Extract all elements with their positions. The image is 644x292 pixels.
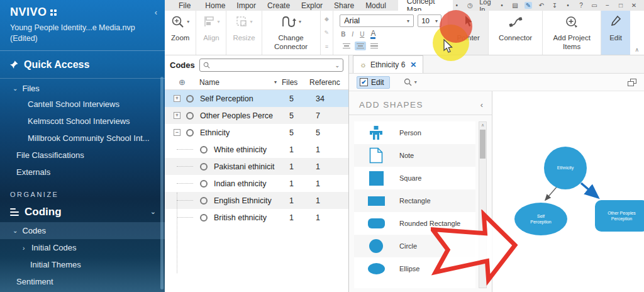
undo-icon[interactable]: ↶ <box>538 2 545 9</box>
sidebar-item-cantell[interactable]: Cantell School Interviews <box>0 96 165 113</box>
font-family-select[interactable]: Arial ▾ <box>340 14 414 27</box>
clock-icon[interactable]: ◷ <box>466 2 474 9</box>
table-row-british-ethnicity[interactable]: British ethnicity 1 1 <box>165 209 348 226</box>
sidebar-item-initial-themes[interactable]: Initial Themes <box>0 256 165 273</box>
add-project-items-button[interactable]: Add Project Items <box>543 11 601 55</box>
sidebar-group-coding[interactable]: Coding ⌄ <box>0 202 165 222</box>
node-self-perception[interactable]: Self Perception <box>514 203 567 235</box>
font-color-button[interactable]: A <box>370 30 375 39</box>
zoom-button[interactable]: ▾ Zoom <box>165 11 196 55</box>
menu-explore[interactable]: Explor <box>296 0 328 11</box>
align-center-button[interactable] <box>355 42 366 50</box>
square-shape-icon <box>369 171 384 186</box>
red-annotation-arrow <box>431 210 520 288</box>
codes-table-header[interactable]: ⊕ Name ▾ Files Referenc <box>165 75 348 90</box>
edge-ethnicity-other-peoples[interactable] <box>581 183 598 198</box>
edge-ethnicity-self-perception[interactable] <box>545 186 558 200</box>
codes-search-input[interactable]: ⌄ <box>199 59 343 72</box>
name-column-header[interactable]: Name <box>199 78 219 87</box>
menu-bar: File Home Impor Create Explor Share Modu… <box>165 0 644 11</box>
menu-modules[interactable]: Modul <box>360 0 392 11</box>
code-circle-icon <box>186 112 194 120</box>
panel-collapse-icon[interactable]: ‹ <box>480 100 483 110</box>
sidebar-collapse-icon[interactable]: ‹ <box>155 8 157 17</box>
menu-share[interactable]: Share <box>328 0 360 11</box>
tab-concept-map[interactable]: Concept Map <box>398 0 453 11</box>
shape-item-square[interactable]: Square <box>354 167 475 189</box>
change-connector-button[interactable]: ▾ Change Connector <box>262 11 321 55</box>
underline-button[interactable]: U <box>360 31 364 38</box>
feedback-icon[interactable]: ▭ <box>591 2 598 9</box>
sidebar-item-initial-codes[interactable]: › Initial Codes <box>0 239 165 256</box>
edit-button[interactable]: Edit <box>601 11 630 55</box>
ribbon-collapse-icon[interactable]: ∧ <box>635 47 639 53</box>
help-icon[interactable]: ? <box>577 2 585 9</box>
shape-label: Rectangle <box>399 197 431 205</box>
edit-mode-toggle[interactable]: ✔ Edit <box>357 76 390 89</box>
node-ethnicity[interactable]: Ethnicity <box>544 147 587 189</box>
sidebar-item-codes[interactable]: ⌄ Codes <box>0 222 165 239</box>
menu-create[interactable]: Create <box>262 0 296 11</box>
shape-item-note[interactable]: Note <box>354 144 475 167</box>
table-row-english-ethnicity[interactable]: English Ethnicity 1 1 <box>165 192 348 209</box>
files-column-header[interactable]: Files <box>282 78 309 87</box>
redo-icon[interactable]: ↧ <box>551 2 558 9</box>
code-circle-icon <box>200 197 208 205</box>
sidebar-group-files[interactable]: ⌄ Files <box>0 79 165 96</box>
table-row-self-perception[interactable]: + Self Perception 5 34 <box>165 90 348 107</box>
fill-color-icon[interactable]: ◆ <box>325 16 330 22</box>
sidebar-item-millbrook[interactable]: Millbrook Community School Int... <box>0 130 165 147</box>
shape-label: Circle <box>399 242 417 250</box>
shape-item-rectangle[interactable]: Rectangle <box>354 189 475 212</box>
sidebar-item-file-classifications[interactable]: File Classifications <box>0 147 165 164</box>
table-row-white-ethnicity[interactable]: White ethinicity 1 1 <box>165 141 348 158</box>
undock-view-icon[interactable] <box>628 79 636 86</box>
tree-expand-icon[interactable]: + <box>174 95 180 102</box>
map-zoom-control[interactable]: ▾ <box>404 78 417 86</box>
pen-color-icon[interactable]: ✎ <box>325 30 330 36</box>
table-row-pakistani-ethnicity[interactable]: Pakistani ethinicit 1 1 <box>165 158 348 175</box>
references-column-header[interactable]: Referenc <box>309 78 348 87</box>
save-icon[interactable]: ▤ <box>511 2 519 9</box>
tree-expand-icon[interactable]: + <box>174 112 180 119</box>
dot-separator: • <box>498 2 506 9</box>
edit-checkbox[interactable]: ✔ <box>360 78 368 86</box>
bold-button[interactable]: B <box>341 31 345 38</box>
chevron-down-icon: ⌄ <box>13 227 18 234</box>
align-right-button[interactable] <box>369 42 380 50</box>
table-row-ethnicity[interactable]: − Ethnicity 5 5 <box>165 124 348 141</box>
code-references: 1 <box>316 213 348 222</box>
shape-label: Person <box>399 129 421 137</box>
concept-map-toolbar: ✔ Edit ▾ <box>349 74 644 91</box>
resize-icon <box>235 15 248 28</box>
tab-close-icon[interactable]: ✕ <box>410 60 416 69</box>
scrollbar-thumb[interactable] <box>480 130 486 159</box>
shape-item-person[interactable]: Person <box>354 121 475 144</box>
font-size-select[interactable]: 10 ▾ <box>418 14 441 27</box>
tab-ethnicity-6[interactable]: ☼ Ethnicity 6 ✕ <box>353 55 423 73</box>
sidebar-item-kelmscott[interactable]: Kelmscott School Interviews <box>0 113 165 130</box>
align-button[interactable]: ▾ Align <box>196 11 226 55</box>
maximize-button[interactable]: □ <box>617 2 625 9</box>
italic-button[interactable]: I <box>352 31 353 38</box>
tree-collapse-icon[interactable]: − <box>174 129 180 136</box>
table-row-other-peoples[interactable]: + Other Peoples Perce 5 7 <box>165 107 348 124</box>
table-row-indian-ethnicity[interactable]: Indian ethnicity 1 1 <box>165 175 348 192</box>
menu-import[interactable]: Impor <box>231 0 262 11</box>
menu-home[interactable]: Home <box>199 0 231 11</box>
minimize-button[interactable]: − <box>604 2 611 9</box>
sidebar-item-sentiment[interactable]: Sentiment <box>0 273 165 290</box>
close-button[interactable]: ✕ <box>630 2 638 9</box>
sidebar-scrollbar[interactable] <box>160 77 164 289</box>
scroll-up-icon[interactable]: ∧ <box>479 123 486 128</box>
menu-file[interactable]: File <box>165 0 199 11</box>
zoom-icon <box>404 78 412 86</box>
edit-mode-icon[interactable]: ✎ <box>525 2 532 9</box>
resize-button[interactable]: ▾ Resize <box>226 11 262 55</box>
connector-button[interactable]: Connector <box>489 11 543 55</box>
line-style-icon[interactable]: ≡ <box>325 43 330 50</box>
node-other-peoples-perception[interactable]: Other Peoples Perception <box>595 200 644 232</box>
sidebar-item-externals[interactable]: Externals <box>0 164 165 181</box>
sidebar-item-quick-access[interactable]: Quick Access <box>0 51 165 79</box>
align-left-button[interactable] <box>341 42 352 50</box>
